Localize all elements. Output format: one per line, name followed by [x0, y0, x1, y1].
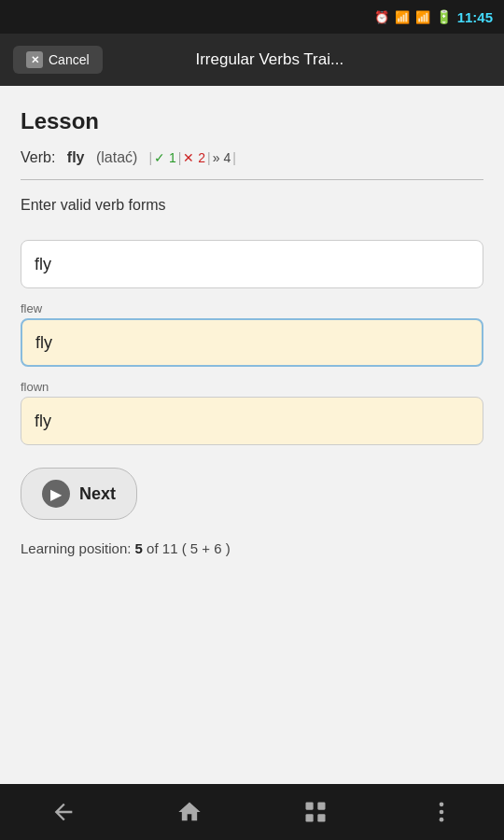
- verb-line: Verb: fly (latać) | ✓ 1 | ✕ 2 | » 4 |: [21, 149, 483, 166]
- participle-form-input[interactable]: [21, 397, 483, 445]
- svg-point-5: [439, 810, 443, 815]
- input-group-participle: flown: [21, 380, 483, 445]
- input-group-past: flew: [21, 301, 483, 367]
- back-icon: [50, 799, 77, 825]
- stat-position: » 4: [213, 150, 231, 165]
- verb-label: Verb:: [21, 149, 55, 166]
- stat-sep-2: |: [178, 150, 182, 165]
- recents-nav-button[interactable]: [293, 790, 338, 834]
- more-icon: [428, 799, 455, 825]
- learning-position-suffix: of 11 ( 5 + 6 ): [147, 540, 231, 556]
- verb-stats: | ✓ 1 | ✕ 2 | » 4 |: [148, 150, 235, 165]
- stat-sep-4: |: [232, 150, 236, 165]
- verb-name: fly: [67, 149, 85, 166]
- recents-icon: [302, 799, 329, 825]
- alarm-icon: ⏰: [374, 10, 389, 24]
- stat-wrong: ✕ 2: [183, 150, 205, 165]
- svg-point-6: [439, 818, 443, 822]
- app-title: Irregular Verbs Trai...: [114, 50, 491, 69]
- status-time: 11:45: [457, 9, 493, 25]
- back-nav-button[interactable]: [41, 790, 86, 834]
- input-group-base: [21, 240, 483, 288]
- status-icons: ⏰ 📶 📶 🔋 11:45: [374, 9, 493, 25]
- learning-position-text: Learning position:: [21, 540, 131, 556]
- past-form-label: flew: [21, 301, 483, 315]
- svg-point-4: [439, 803, 443, 807]
- cancel-x-icon: ✕: [26, 51, 43, 68]
- status-bar: ⏰ 📶 📶 🔋 11:45: [0, 0, 504, 34]
- cancel-label: Cancel: [49, 52, 90, 67]
- bottom-nav: [0, 784, 504, 840]
- base-form-input[interactable]: [21, 240, 483, 288]
- svg-rect-1: [317, 803, 325, 810]
- verb-translation: (latać): [96, 149, 137, 166]
- next-button-icon: ▶: [42, 480, 70, 508]
- instruction: Enter valid verb forms: [21, 197, 483, 214]
- home-icon: [176, 799, 203, 825]
- home-nav-button[interactable]: [167, 790, 212, 834]
- stat-sep-1: |: [148, 150, 152, 165]
- lesson-title: Lesson: [21, 108, 483, 134]
- signal-icon: 📶: [415, 10, 430, 24]
- svg-rect-0: [305, 803, 313, 810]
- learning-position-bold: 5: [135, 540, 143, 556]
- learning-position: Learning position: 5 of 11 ( 5 + 6 ): [21, 540, 483, 556]
- menu-nav-button[interactable]: [419, 790, 464, 834]
- svg-rect-2: [305, 814, 313, 821]
- participle-form-label: flown: [21, 380, 483, 394]
- divider: [21, 179, 483, 180]
- stat-correct: ✓ 1: [154, 150, 176, 165]
- past-form-input[interactable]: [21, 318, 483, 367]
- top-bar: ✕ Cancel Irregular Verbs Trai...: [0, 34, 504, 86]
- wifi-icon: 📶: [395, 10, 410, 24]
- stat-sep-3: |: [207, 150, 211, 165]
- svg-rect-3: [317, 814, 325, 821]
- main-content: Lesson Verb: fly (latać) | ✓ 1 | ✕ 2 | »…: [0, 86, 504, 784]
- next-button-label: Next: [79, 484, 116, 504]
- next-button[interactable]: ▶ Next: [21, 468, 137, 520]
- battery-icon: 🔋: [436, 9, 452, 24]
- cancel-button[interactable]: ✕ Cancel: [13, 46, 103, 74]
